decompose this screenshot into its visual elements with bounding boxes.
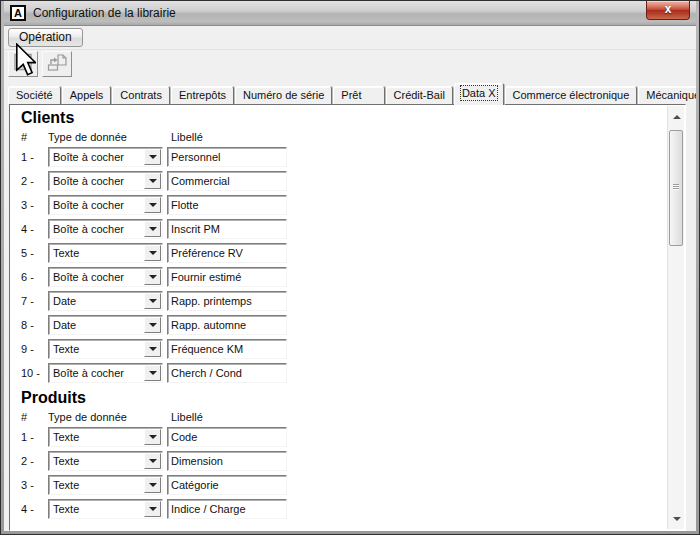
row-number: 2 - <box>21 175 48 187</box>
data-row: 7 - Date <box>21 289 666 313</box>
column-headers: # Type de donnée Libellé <box>21 129 666 145</box>
menu-operation[interactable]: Opération <box>8 28 83 47</box>
column-header-label: Libellé <box>171 411 203 423</box>
app-window: A Configuration de la librairie x Opérat… <box>0 0 700 535</box>
vertical-scrollbar[interactable] <box>667 106 684 529</box>
export-button[interactable] <box>42 51 72 77</box>
chevron-down-icon <box>149 275 157 279</box>
dropdown-selected-value: Date <box>49 319 144 331</box>
label-input[interactable] <box>167 475 287 495</box>
row-number: 3 - <box>21 199 48 211</box>
data-type-dropdown[interactable]: Boîte à cocher <box>48 171 163 191</box>
data-type-dropdown[interactable]: Boîte à cocher <box>48 267 163 287</box>
data-type-dropdown[interactable]: Date <box>48 315 163 335</box>
label-input[interactable] <box>167 147 287 167</box>
dropdown-selected-value: Boîte à cocher <box>49 367 144 379</box>
chevron-down-icon <box>149 507 157 511</box>
tab-pr-t[interactable]: Prêt <box>333 86 384 104</box>
dropdown-selected-value: Texte <box>49 479 144 491</box>
row-number: 2 - <box>21 455 48 467</box>
chevron-down-icon <box>149 323 157 327</box>
dropdown-button[interactable] <box>144 477 161 493</box>
close-button[interactable]: x <box>646 1 690 20</box>
tab-entrep-ts[interactable]: Entrepôts <box>171 86 234 104</box>
label-input[interactable] <box>167 499 287 519</box>
scroll-up-arrow-icon[interactable] <box>668 108 685 125</box>
data-type-dropdown[interactable]: Texte <box>48 451 163 471</box>
tab-data-x[interactable]: Data X <box>454 83 504 105</box>
dropdown-button[interactable] <box>144 341 161 357</box>
tab-cr-dit-bail[interactable]: Crédit-Bail <box>386 86 453 104</box>
row-number: 5 - <box>21 247 48 259</box>
label-input[interactable] <box>167 171 287 191</box>
dropdown-button[interactable] <box>144 149 161 165</box>
tab-soci-t-[interactable]: Société <box>8 86 61 104</box>
tab-contrats[interactable]: Contrats <box>112 86 170 104</box>
data-type-dropdown[interactable]: Texte <box>48 243 163 263</box>
scroll-down-arrow-icon[interactable] <box>668 510 685 527</box>
label-input[interactable] <box>167 243 287 263</box>
label-input[interactable] <box>167 315 287 335</box>
data-row: 9 - Texte <box>21 337 666 361</box>
data-type-dropdown[interactable]: Texte <box>48 475 163 495</box>
data-type-dropdown[interactable]: Boîte à cocher <box>48 147 163 167</box>
dropdown-selected-value: Boîte à cocher <box>49 271 144 283</box>
save-button[interactable] <box>8 51 38 77</box>
dropdown-selected-value: Boîte à cocher <box>49 151 144 163</box>
data-type-dropdown[interactable]: Texte <box>48 427 163 447</box>
data-type-dropdown[interactable]: Boîte à cocher <box>48 219 163 239</box>
dropdown-button[interactable] <box>144 429 161 445</box>
scrollbar-grip-icon <box>673 184 679 190</box>
tab-label: Société <box>16 89 53 101</box>
tab-commerce-lectronique[interactable]: Commerce électronique <box>505 86 638 104</box>
column-header-num: # <box>21 131 48 143</box>
tab-label: Numéro de série <box>243 89 324 101</box>
label-input[interactable] <box>167 339 287 359</box>
client-area: Opération <box>4 26 696 531</box>
chevron-down-icon <box>149 459 157 463</box>
chevron-down-icon <box>149 251 157 255</box>
label-input[interactable] <box>167 267 287 287</box>
data-row: 8 - Date <box>21 313 666 337</box>
data-type-dropdown[interactable]: Texte <box>48 499 163 519</box>
dropdown-button[interactable] <box>144 221 161 237</box>
chevron-down-icon <box>149 227 157 231</box>
section-title: Produits <box>21 389 666 407</box>
row-number: 3 - <box>21 479 48 491</box>
app-icon: A <box>10 5 26 21</box>
data-type-dropdown[interactable]: Boîte à cocher <box>48 363 163 383</box>
dropdown-selected-value: Texte <box>49 343 144 355</box>
column-headers: # Type de donnée Libellé <box>21 409 666 425</box>
dropdown-button[interactable] <box>144 245 161 261</box>
dropdown-button[interactable] <box>144 501 161 517</box>
chevron-down-icon <box>149 371 157 375</box>
tab-label: Commerce électronique <box>513 89 630 101</box>
label-input[interactable] <box>167 195 287 215</box>
rows: 1 - Boîte à cocher 2 - Boîte à cocher 3 … <box>21 145 666 385</box>
label-input[interactable] <box>167 291 287 311</box>
dropdown-button[interactable] <box>144 293 161 309</box>
dropdown-button[interactable] <box>144 197 161 213</box>
label-input[interactable] <box>167 219 287 239</box>
data-type-dropdown[interactable]: Boîte à cocher <box>48 195 163 215</box>
scrollbar-thumb[interactable] <box>669 130 683 246</box>
rows: 1 - Texte 2 - Texte 3 - Texte 4 - Te <box>21 425 666 521</box>
title-bar[interactable]: A Configuration de la librairie x <box>4 1 696 26</box>
dropdown-button[interactable] <box>144 453 161 469</box>
tab-num-ro-de-s-rie[interactable]: Numéro de série <box>235 86 332 104</box>
data-type-dropdown[interactable]: Texte <box>48 339 163 359</box>
dropdown-button[interactable] <box>144 269 161 285</box>
row-number: 1 - <box>21 431 48 443</box>
dropdown-button[interactable] <box>144 365 161 381</box>
label-input[interactable] <box>167 363 287 383</box>
label-input[interactable] <box>167 451 287 471</box>
dropdown-button[interactable] <box>144 317 161 333</box>
tab-m-canique[interactable]: Mécanique <box>638 86 696 104</box>
dropdown-selected-value: Texte <box>49 503 144 515</box>
data-type-dropdown[interactable]: Date <box>48 291 163 311</box>
label-input[interactable] <box>167 427 287 447</box>
chevron-down-icon <box>149 483 157 487</box>
dropdown-selected-value: Boîte à cocher <box>49 175 144 187</box>
dropdown-button[interactable] <box>144 173 161 189</box>
tab-appels[interactable]: Appels <box>62 86 112 104</box>
